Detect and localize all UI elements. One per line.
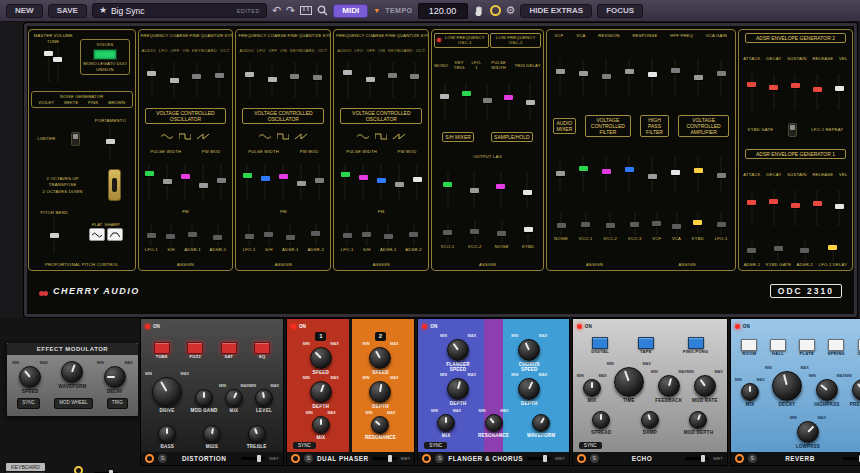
hide-extras-button[interactable]: HIDE EXTRAS	[520, 4, 592, 18]
slider[interactable]	[409, 224, 418, 246]
sat-button[interactable]: SAT	[221, 342, 237, 360]
slider[interactable]	[504, 83, 513, 119]
limiter-switch[interactable]	[71, 132, 80, 146]
slider[interactable]	[443, 172, 452, 208]
slider[interactable]	[556, 59, 565, 95]
slider[interactable]	[343, 62, 352, 98]
module-power-button[interactable]	[577, 454, 586, 463]
slider[interactable]	[671, 157, 680, 193]
knob-dial[interactable]	[158, 425, 176, 443]
knob-dial[interactable]	[248, 425, 266, 443]
button-cap[interactable]	[828, 339, 844, 351]
waveform-icons[interactable]	[336, 133, 426, 140]
preset-selector[interactable]: ★ Big Sync EDITED	[92, 3, 267, 18]
slider[interactable]	[53, 46, 62, 82]
slider[interactable]	[672, 213, 681, 235]
room-button[interactable]: ROOM	[741, 339, 757, 357]
slider[interactable]	[147, 224, 156, 246]
slider[interactable]	[410, 62, 419, 98]
slider[interactable]	[557, 213, 566, 235]
module-power-button[interactable]	[735, 454, 744, 463]
power-led[interactable]	[145, 324, 150, 329]
knob-dial[interactable]	[371, 416, 389, 434]
button-cap[interactable]	[799, 339, 815, 351]
knob-dial[interactable]	[195, 389, 213, 407]
knob-dial[interactable]	[797, 421, 819, 443]
knob-dial[interactable]	[816, 379, 838, 401]
button-cap[interactable]	[592, 337, 608, 349]
slider[interactable]	[170, 62, 179, 98]
gate-switch[interactable]	[788, 123, 797, 137]
slider[interactable]	[747, 74, 756, 110]
unison-label[interactable]: UNISON	[83, 67, 127, 72]
slider[interactable]	[835, 190, 844, 226]
button-cap[interactable]	[688, 337, 704, 349]
power-led[interactable]	[291, 324, 296, 329]
knob-dial[interactable]	[658, 375, 680, 397]
quantize-toggle-icon[interactable]	[490, 5, 501, 16]
knob-dial[interactable]	[518, 378, 540, 400]
solo-button[interactable]: S	[590, 454, 599, 463]
wet-slider[interactable]	[527, 457, 551, 460]
knob-dial[interactable]	[369, 347, 391, 369]
slider[interactable]	[694, 157, 703, 193]
solo-button[interactable]: S	[304, 454, 313, 463]
power-led[interactable]	[577, 324, 582, 329]
slider[interactable]	[523, 172, 532, 208]
knob-dial[interactable]	[61, 361, 83, 383]
sync-button[interactable]: SYNC	[293, 442, 316, 449]
slider[interactable]	[769, 190, 778, 226]
knob-dial[interactable]	[310, 381, 332, 403]
favorite-star-icon[interactable]: ★	[99, 6, 107, 15]
knob-dial[interactable]	[447, 339, 469, 361]
knob-dial[interactable]	[447, 378, 469, 400]
new-button[interactable]: NEW	[6, 4, 43, 18]
save-button[interactable]: SAVE	[48, 4, 87, 18]
slider[interactable]	[769, 74, 778, 110]
slider[interactable]	[359, 164, 368, 200]
knob-dial[interactable]	[255, 389, 273, 407]
slider[interactable]	[217, 164, 226, 200]
module-power-button[interactable]	[291, 454, 300, 463]
slider[interactable]	[630, 213, 639, 235]
solo-button[interactable]: S	[158, 454, 167, 463]
slider[interactable]	[264, 224, 273, 246]
slider[interactable]	[671, 59, 680, 95]
slider[interactable]	[602, 59, 611, 95]
solo-button[interactable]: S	[435, 454, 444, 463]
slider[interactable]	[163, 164, 172, 200]
spring-button[interactable]: SPRING	[828, 339, 845, 357]
keyboard-icon[interactable]	[300, 6, 312, 15]
dropdown-icon[interactable]: ▼	[373, 7, 380, 14]
slider[interactable]	[717, 157, 726, 193]
slider[interactable]	[813, 74, 822, 110]
knob-dial[interactable]	[583, 379, 601, 397]
wet-slider[interactable]	[843, 457, 860, 460]
knob-dial[interactable]	[225, 389, 243, 407]
button-cap[interactable]	[741, 339, 757, 351]
knob-dial[interactable]	[694, 375, 716, 397]
slider[interactable]	[828, 239, 837, 261]
slider[interactable]	[497, 221, 506, 243]
transpose-switch[interactable]	[108, 169, 121, 201]
slider[interactable]	[579, 59, 588, 95]
knob-dial[interactable]	[104, 366, 126, 388]
digital-button[interactable]: DIGITAL	[591, 337, 609, 355]
slider[interactable]	[413, 164, 422, 200]
slider[interactable]	[215, 62, 224, 98]
button-cap[interactable]	[187, 342, 203, 354]
knob-dial[interactable]	[152, 377, 182, 407]
slider[interactable]	[290, 62, 299, 98]
slider[interactable]	[693, 213, 702, 235]
slider[interactable]	[694, 59, 703, 95]
slider[interactable]	[279, 164, 288, 200]
slider[interactable]	[443, 221, 452, 243]
search-icon[interactable]	[317, 5, 328, 16]
knob-dial[interactable]	[369, 381, 391, 403]
slider[interactable]	[315, 164, 324, 200]
slider[interactable]	[44, 46, 53, 82]
slider[interactable]	[166, 224, 175, 246]
fx-power-button[interactable]	[74, 466, 83, 473]
knob-dial[interactable]	[485, 414, 503, 432]
slider[interactable]	[192, 62, 201, 98]
